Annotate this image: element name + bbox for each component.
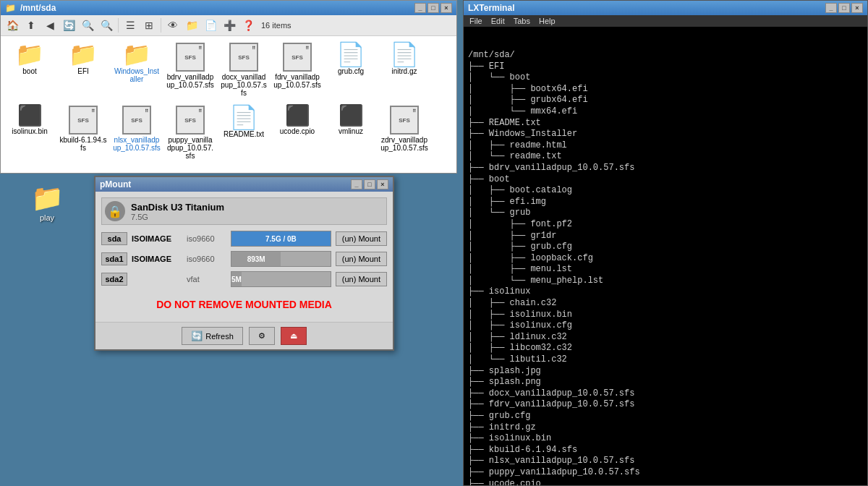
terminal-minimize-button[interactable]: _ bbox=[825, 3, 837, 13]
mount-button-1[interactable]: (un) Mount bbox=[336, 252, 387, 266]
zoom-out-button[interactable]: 🔍 bbox=[98, 17, 115, 34]
terminal-line: /mnt/sda/ bbox=[468, 50, 863, 61]
pmount-minimize-button[interactable]: _ bbox=[351, 179, 362, 189]
file-label: fdrv_vanilladpup_10.0.57.sfs bbox=[273, 73, 321, 89]
terminal-line: │ ├── gr1dr bbox=[468, 231, 863, 242]
pmount-footer: 🔄 Refresh ⚙ ⏏ bbox=[95, 322, 393, 349]
terminal-close-button[interactable]: × bbox=[851, 3, 863, 13]
reload-button[interactable]: 🔄 bbox=[60, 17, 77, 34]
partition-label: sda1 bbox=[101, 252, 127, 265]
back-button[interactable]: ◀ bbox=[41, 17, 59, 34]
file-item[interactable]: ⬛ucode.cpio bbox=[271, 102, 323, 163]
terminal-line: │ ├── ldlinux.c32 bbox=[468, 332, 863, 344]
add-button[interactable]: ➕ bbox=[221, 17, 238, 34]
device-name: SanDisk U3 Titanium bbox=[131, 202, 224, 213]
file-item[interactable]: SFS ⠿ docx_vanilladpup_10.0.57.sfs bbox=[218, 39, 270, 101]
file-item[interactable]: SFS ⠿ kbuild-6.1.94.sfs bbox=[57, 102, 109, 163]
close-button[interactable]: × bbox=[441, 3, 452, 13]
folder-icon: 📁 bbox=[5, 3, 16, 13]
file-item[interactable]: SFS ⠿ bdrv_vanilladpup_10.0.57.sfs bbox=[164, 39, 216, 101]
terminal-content[interactable]: /mnt/sda/├── EFI│ └── boot│ ├── bootx64.… bbox=[464, 27, 867, 485]
details-button[interactable]: ⊞ bbox=[140, 17, 158, 34]
terminal-line: │ ├── boot.catalog bbox=[468, 185, 863, 197]
sfs-icon: SFS ⠿ bbox=[69, 106, 98, 135]
refresh-button[interactable]: 🔄 Refresh bbox=[182, 327, 243, 345]
new-folder-button[interactable]: 📁 bbox=[183, 17, 200, 34]
maximize-button[interactable]: □ bbox=[427, 3, 439, 13]
list-view-button[interactable]: ☰ bbox=[122, 17, 139, 34]
minimize-button[interactable]: _ bbox=[414, 3, 426, 13]
partition-row: sda1 ISOIMAGE iso9660 893M (un) Mount bbox=[101, 251, 387, 267]
terminal-line: ├── ucode.cpio bbox=[468, 479, 863, 485]
mount-button-0[interactable]: (un) Mount bbox=[336, 231, 387, 246]
file-item[interactable]: ⬛vmlinuz bbox=[325, 102, 377, 163]
terminal-line: │ ├── chain.c32 bbox=[468, 298, 863, 310]
file-item[interactable]: ⬛isolinux.bin bbox=[4, 102, 56, 163]
pmount-title: pMount bbox=[100, 179, 131, 189]
terminal-line: ├── fdrv_vanilladpup_10.0.57.sfs bbox=[468, 399, 863, 411]
terminal-line: │ ├── grubx64.efi bbox=[468, 95, 863, 106]
terminal-menu-item[interactable]: Edit bbox=[491, 17, 505, 25]
file-label: bdrv_vanilladpup_10.0.57.sfs bbox=[166, 73, 214, 89]
partition-label: sda bbox=[101, 232, 127, 245]
file-item[interactable]: SFS ⠿ puppy_vanilladpup_10.0.57.sfs bbox=[164, 102, 216, 163]
file-item[interactable]: SFS ⠿ zdrv_vanilladpup_10.0.57.sfs bbox=[378, 102, 430, 163]
file-item[interactable]: 📁Windows_Installer bbox=[111, 39, 163, 101]
terminal-line: ├── initrd.gz bbox=[468, 422, 863, 434]
home-button[interactable]: 🏠 bbox=[4, 17, 21, 34]
terminal-line: ├── boot bbox=[468, 174, 863, 186]
text-icon: 📄 bbox=[336, 43, 365, 66]
new-file-button[interactable]: 📄 bbox=[202, 17, 219, 34]
terminal-line: ├── nlsx_vanilladpup_10.0.57.sfs bbox=[468, 456, 863, 467]
file-area: 📁boot📁EFI📁Windows_Installer SFS ⠿ bdrv_v… bbox=[1, 36, 456, 173]
terminal-line: ├── puppy_vanilladpup_10.0.57.sfs bbox=[468, 467, 863, 479]
terminal-menu-item[interactable]: Help bbox=[539, 17, 556, 25]
terminal-line: │ └── menu_phelp.lst bbox=[468, 276, 863, 287]
partition-fs: vfat bbox=[187, 275, 226, 284]
file-item[interactable]: 📄initrd.gz bbox=[378, 39, 430, 101]
pmount-maximize-button[interactable]: □ bbox=[364, 179, 375, 189]
file-manager-title: /mnt/sda bbox=[20, 3, 56, 13]
terminal-menu-item[interactable]: Tabs bbox=[514, 17, 530, 25]
device-info: SanDisk U3 Titanium 7.5G bbox=[131, 202, 224, 221]
file-item[interactable]: 📄grub.cfg bbox=[325, 39, 377, 101]
settings-button[interactable]: ⚙ bbox=[249, 327, 275, 345]
desktop-item-play[interactable]: 📁 play bbox=[6, 179, 88, 226]
file-label: nlsx_vanilladpup_10.0.57.sfs bbox=[113, 136, 161, 152]
terminal-menu-item[interactable]: File bbox=[469, 17, 482, 25]
partition-list: sda ISOIMAGE iso9660 7.5G / 0B (un) Moun… bbox=[101, 231, 387, 287]
progress-fill: 5M bbox=[231, 272, 242, 286]
lock-icon: 🔒 bbox=[105, 201, 125, 221]
desktop-area: 📁 play bbox=[0, 174, 94, 486]
file-item[interactable]: 📁boot bbox=[4, 39, 56, 101]
device-size: 7.5G bbox=[131, 213, 224, 221]
show-hidden-button[interactable]: 👁 bbox=[164, 17, 182, 34]
file-item[interactable]: SFS ⠿ nlsx_vanilladpup_10.0.57.sfs bbox=[111, 102, 163, 163]
partition-row: sda ISOIMAGE iso9660 7.5G / 0B (un) Moun… bbox=[101, 231, 387, 247]
file-item[interactable]: 📄README.txt bbox=[218, 102, 270, 163]
terminal-line: ├── bdrv_vanilladpup_10.0.57.sfs bbox=[468, 163, 863, 174]
terminal-line: ├── grub.cfg bbox=[468, 411, 863, 422]
terminal-window: LXTerminal _ □ × FileEditTabsHelp /mnt/s… bbox=[463, 0, 868, 486]
sfs-icon: SFS ⠿ bbox=[283, 43, 312, 72]
file-item[interactable]: 📁EFI bbox=[57, 39, 109, 101]
window-controls: _ □ × bbox=[414, 3, 452, 13]
zoom-in-button[interactable]: 🔍 bbox=[79, 17, 96, 34]
terminal-line: ├── kbuild-6.1.94.sfs bbox=[468, 445, 863, 456]
file-item[interactable]: SFS ⠿ fdrv_vanilladpup_10.0.57.sfs bbox=[271, 39, 323, 101]
sfs-icon: SFS ⠿ bbox=[176, 106, 205, 135]
binary-icon: ⬛ bbox=[339, 106, 364, 126]
eject-button[interactable]: ⏏ bbox=[281, 327, 307, 345]
pmount-window: pMount _ □ × 🔒 SanDisk U3 Titanium 7.5G … bbox=[94, 176, 394, 351]
up-button[interactable]: ⬆ bbox=[22, 17, 40, 34]
terminal-line: │ └── mmx64.efi bbox=[468, 106, 863, 118]
text-icon: 📄 bbox=[229, 106, 258, 129]
refresh-icon: 🔄 bbox=[191, 331, 203, 341]
folder-icon: 📁 bbox=[69, 43, 98, 66]
terminal-title: LXTerminal bbox=[468, 3, 514, 13]
pmount-close-button[interactable]: × bbox=[377, 179, 388, 189]
terminal-maximize-button[interactable]: □ bbox=[838, 3, 850, 13]
mount-button-2[interactable]: (un) Mount bbox=[336, 272, 387, 286]
partition-type: ISOIMAGE bbox=[132, 234, 182, 243]
help-button[interactable]: ❓ bbox=[239, 17, 257, 34]
